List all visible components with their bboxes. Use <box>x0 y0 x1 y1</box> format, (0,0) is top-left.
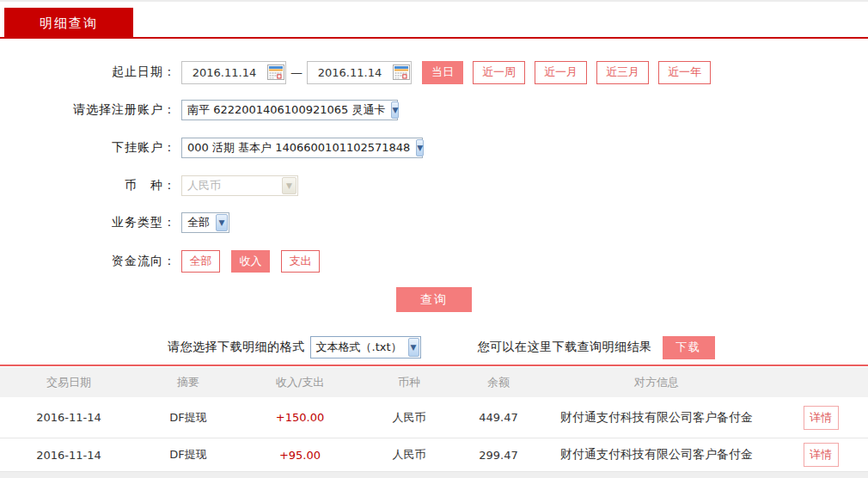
header-date: 交易日期 <box>0 375 138 390</box>
cell-balance: 449.47 <box>457 411 540 424</box>
download-hint-text: 您可以在这里下载查询明细结果 <box>478 340 652 355</box>
sub-account-value: 000 活期 基本户 1406600101102571848 <box>182 138 415 157</box>
download-format-label: 请您选择下载明细的格式 <box>168 340 305 355</box>
cell-action: 详情 <box>773 406 868 430</box>
sub-account-label: 下挂账户： <box>0 140 176 156</box>
detail-button[interactable]: 详情 <box>804 443 839 467</box>
section-divider <box>0 365 868 366</box>
fund-flow-income-button[interactable]: 收入 <box>231 250 270 273</box>
bottom-strip <box>0 472 868 478</box>
business-type-select[interactable]: 全部 ▼ <box>181 212 229 233</box>
business-type-value: 全部 <box>182 213 215 232</box>
date-range-label: 起止日期： <box>0 64 176 80</box>
business-type-label: 业务类型： <box>0 215 176 230</box>
currency-row: 币 种： 人民币 ▼ <box>0 175 868 196</box>
currency-label: 币 种： <box>0 178 176 193</box>
tab-label: 明细查询 <box>40 15 98 32</box>
query-button[interactable]: 查询 <box>396 287 472 312</box>
download-format-value: 文本格式（.txt） <box>311 337 407 358</box>
register-account-row: 请选择注册账户： 南平 6222001406100921065 灵通卡 ▼ <box>0 100 868 120</box>
cell-counterparty: 财付通支付科技有限公司客户备付金 <box>540 447 773 463</box>
quick-range-buttons: 当日 近一周 近一月 近三月 近一年 <box>422 61 711 84</box>
end-date-value: 2016.11.14 <box>308 66 392 79</box>
sub-account-row: 下挂账户： 000 活期 基本户 1406600101102571848 ▼ <box>0 138 868 158</box>
tab-detail-query[interactable]: 明细查询 <box>4 8 133 39</box>
start-date-input[interactable]: 2016.11.14 <box>181 61 286 84</box>
detail-query-page: 明细查询 起止日期： 2016.11.14 <box>0 0 868 478</box>
fund-flow-label: 资金流向： <box>0 254 176 269</box>
fund-flow-all-button[interactable]: 全部 <box>181 250 220 273</box>
chevron-down-icon: ▼ <box>282 177 296 194</box>
chevron-down-icon: ▼ <box>391 101 399 119</box>
header-counterparty: 对方信息 <box>540 375 773 390</box>
cell-action: 详情 <box>773 443 868 467</box>
chevron-down-icon: ▼ <box>408 338 419 357</box>
cell-date: 2016-11-14 <box>0 449 138 462</box>
header-balance: 余额 <box>457 375 540 390</box>
cell-summary: DF提现 <box>138 447 239 463</box>
calendar-icon[interactable] <box>266 64 285 80</box>
quick-range-year-button[interactable]: 近一年 <box>658 61 711 84</box>
cell-balance: 299.47 <box>457 449 540 462</box>
cell-amount: +95.00 <box>239 449 361 462</box>
quick-range-month-button[interactable]: 近一月 <box>535 61 587 84</box>
register-account-select[interactable]: 南平 6222001406100921065 灵通卡 ▼ <box>181 100 398 120</box>
currency-select: 人民币 ▼ <box>181 175 298 196</box>
cell-summary: DF提现 <box>138 410 239 426</box>
tab-bar: 明细查询 <box>0 2 868 39</box>
quick-range-today-button[interactable]: 当日 <box>422 61 463 84</box>
date-range-row: 起止日期： 2016.11.14 <box>0 60 868 84</box>
quick-range-week-button[interactable]: 近一周 <box>473 61 525 84</box>
date-range-separator: — <box>286 65 307 79</box>
calendar-icon[interactable] <box>392 64 411 80</box>
chevron-down-icon: ▼ <box>416 139 424 156</box>
register-account-value: 南平 6222001406100921065 灵通卡 <box>182 101 390 120</box>
table-row: 2016-11-14 DF提现 +150.00 人民币 449.47 财付通支付… <box>0 397 868 438</box>
cell-amount: +150.00 <box>239 411 361 424</box>
table-header: 交易日期 摘要 收入/支出 币种 余额 对方信息 <box>0 367 868 397</box>
fund-flow-expense-button[interactable]: 支出 <box>281 250 320 273</box>
header-summary: 摘要 <box>138 375 239 390</box>
fund-flow-row: 资金流向： 全部 收入 支出 <box>0 249 868 273</box>
cell-currency: 人民币 <box>361 447 457 463</box>
download-format-select[interactable]: 文本格式（.txt） ▼ <box>310 336 421 358</box>
detail-button[interactable]: 详情 <box>804 406 839 430</box>
cell-currency: 人民币 <box>361 410 457 426</box>
end-date-input[interactable]: 2016.11.14 <box>307 61 412 84</box>
query-button-row: 查询 <box>0 287 868 312</box>
quick-range-3month-button[interactable]: 近三月 <box>596 61 649 84</box>
cell-date: 2016-11-14 <box>0 411 138 424</box>
sub-account-select[interactable]: 000 活期 基本户 1406600101102571848 ▼ <box>181 138 423 158</box>
fund-flow-buttons: 全部 收入 支出 <box>181 250 320 273</box>
download-row: 请您选择下载明细的格式 文本格式（.txt） ▼ 您可以在这里下载查询明细结果 … <box>0 335 868 359</box>
business-type-row: 业务类型： 全部 ▼ <box>0 212 868 233</box>
chevron-down-icon: ▼ <box>216 214 228 231</box>
currency-value: 人民币 <box>182 176 281 195</box>
table-row: 2016-11-14 DF提现 +95.00 人民币 299.47 财付通支付科… <box>0 438 868 472</box>
cell-counterparty: 财付通支付科技有限公司客户备付金 <box>540 410 773 426</box>
start-date-value: 2016.11.14 <box>182 66 266 79</box>
header-currency: 币种 <box>361 375 457 390</box>
query-form: 起止日期： 2016.11.14 <box>0 39 868 359</box>
register-account-label: 请选择注册账户： <box>0 102 176 118</box>
download-button[interactable]: 下载 <box>663 336 715 359</box>
header-amount: 收入/支出 <box>239 375 361 390</box>
